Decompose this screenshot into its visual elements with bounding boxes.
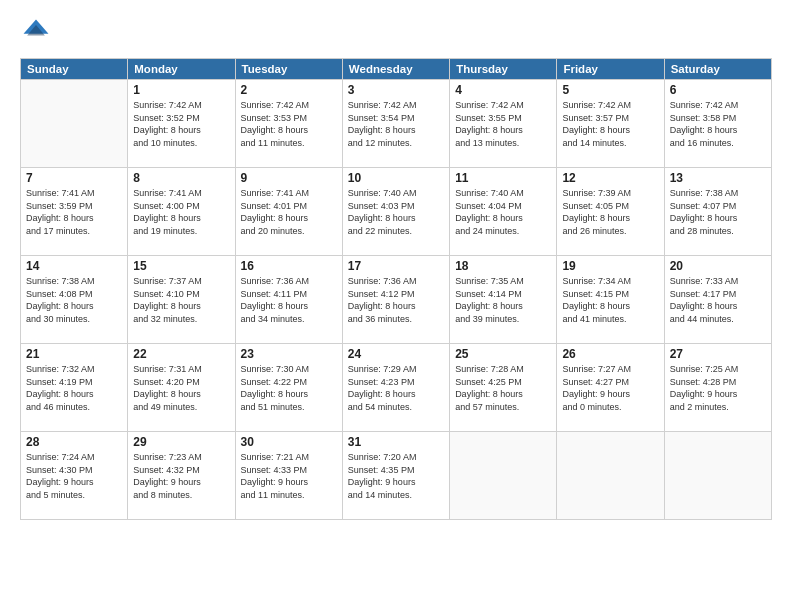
calendar-cell: 2Sunrise: 7:42 AM Sunset: 3:53 PM Daylig… [235, 80, 342, 168]
calendar-cell: 27Sunrise: 7:25 AM Sunset: 4:28 PM Dayli… [664, 344, 771, 432]
day-number: 7 [26, 171, 122, 185]
calendar-cell: 23Sunrise: 7:30 AM Sunset: 4:22 PM Dayli… [235, 344, 342, 432]
day-info: Sunrise: 7:42 AM Sunset: 3:58 PM Dayligh… [670, 99, 766, 149]
calendar-cell: 6Sunrise: 7:42 AM Sunset: 3:58 PM Daylig… [664, 80, 771, 168]
calendar-cell: 19Sunrise: 7:34 AM Sunset: 4:15 PM Dayli… [557, 256, 664, 344]
day-number: 4 [455, 83, 551, 97]
day-info: Sunrise: 7:40 AM Sunset: 4:04 PM Dayligh… [455, 187, 551, 237]
day-number: 9 [241, 171, 337, 185]
day-number: 1 [133, 83, 229, 97]
day-number: 16 [241, 259, 337, 273]
col-header-wednesday: Wednesday [342, 59, 449, 80]
calendar-cell: 26Sunrise: 7:27 AM Sunset: 4:27 PM Dayli… [557, 344, 664, 432]
calendar-cell: 10Sunrise: 7:40 AM Sunset: 4:03 PM Dayli… [342, 168, 449, 256]
day-number: 8 [133, 171, 229, 185]
day-number: 26 [562, 347, 658, 361]
logo [20, 16, 56, 48]
col-header-tuesday: Tuesday [235, 59, 342, 80]
day-info: Sunrise: 7:36 AM Sunset: 4:11 PM Dayligh… [241, 275, 337, 325]
day-number: 30 [241, 435, 337, 449]
calendar-cell: 29Sunrise: 7:23 AM Sunset: 4:32 PM Dayli… [128, 432, 235, 520]
calendar-cell: 25Sunrise: 7:28 AM Sunset: 4:25 PM Dayli… [450, 344, 557, 432]
calendar-cell: 24Sunrise: 7:29 AM Sunset: 4:23 PM Dayli… [342, 344, 449, 432]
day-info: Sunrise: 7:33 AM Sunset: 4:17 PM Dayligh… [670, 275, 766, 325]
calendar-cell: 13Sunrise: 7:38 AM Sunset: 4:07 PM Dayli… [664, 168, 771, 256]
day-number: 25 [455, 347, 551, 361]
day-number: 12 [562, 171, 658, 185]
calendar-cell: 11Sunrise: 7:40 AM Sunset: 4:04 PM Dayli… [450, 168, 557, 256]
day-info: Sunrise: 7:41 AM Sunset: 4:00 PM Dayligh… [133, 187, 229, 237]
day-info: Sunrise: 7:28 AM Sunset: 4:25 PM Dayligh… [455, 363, 551, 413]
calendar-cell: 18Sunrise: 7:35 AM Sunset: 4:14 PM Dayli… [450, 256, 557, 344]
day-info: Sunrise: 7:29 AM Sunset: 4:23 PM Dayligh… [348, 363, 444, 413]
calendar-cell: 15Sunrise: 7:37 AM Sunset: 4:10 PM Dayli… [128, 256, 235, 344]
day-info: Sunrise: 7:24 AM Sunset: 4:30 PM Dayligh… [26, 451, 122, 501]
day-number: 10 [348, 171, 444, 185]
day-info: Sunrise: 7:35 AM Sunset: 4:14 PM Dayligh… [455, 275, 551, 325]
calendar-cell: 21Sunrise: 7:32 AM Sunset: 4:19 PM Dayli… [21, 344, 128, 432]
calendar-cell [21, 80, 128, 168]
day-info: Sunrise: 7:40 AM Sunset: 4:03 PM Dayligh… [348, 187, 444, 237]
calendar-cell [557, 432, 664, 520]
day-number: 22 [133, 347, 229, 361]
calendar-cell: 14Sunrise: 7:38 AM Sunset: 4:08 PM Dayli… [21, 256, 128, 344]
day-info: Sunrise: 7:37 AM Sunset: 4:10 PM Dayligh… [133, 275, 229, 325]
day-number: 28 [26, 435, 122, 449]
calendar-week-1: 1Sunrise: 7:42 AM Sunset: 3:52 PM Daylig… [21, 80, 772, 168]
calendar-cell [450, 432, 557, 520]
day-number: 24 [348, 347, 444, 361]
calendar-cell: 12Sunrise: 7:39 AM Sunset: 4:05 PM Dayli… [557, 168, 664, 256]
day-number: 31 [348, 435, 444, 449]
day-number: 13 [670, 171, 766, 185]
calendar-cell: 4Sunrise: 7:42 AM Sunset: 3:55 PM Daylig… [450, 80, 557, 168]
day-info: Sunrise: 7:27 AM Sunset: 4:27 PM Dayligh… [562, 363, 658, 413]
calendar-cell: 9Sunrise: 7:41 AM Sunset: 4:01 PM Daylig… [235, 168, 342, 256]
calendar-cell [664, 432, 771, 520]
day-info: Sunrise: 7:42 AM Sunset: 3:55 PM Dayligh… [455, 99, 551, 149]
calendar-week-2: 7Sunrise: 7:41 AM Sunset: 3:59 PM Daylig… [21, 168, 772, 256]
calendar-cell: 22Sunrise: 7:31 AM Sunset: 4:20 PM Dayli… [128, 344, 235, 432]
day-info: Sunrise: 7:42 AM Sunset: 3:52 PM Dayligh… [133, 99, 229, 149]
day-number: 6 [670, 83, 766, 97]
day-number: 20 [670, 259, 766, 273]
calendar-week-3: 14Sunrise: 7:38 AM Sunset: 4:08 PM Dayli… [21, 256, 772, 344]
calendar-table: SundayMondayTuesdayWednesdayThursdayFrid… [20, 58, 772, 520]
day-info: Sunrise: 7:38 AM Sunset: 4:08 PM Dayligh… [26, 275, 122, 325]
calendar-cell: 3Sunrise: 7:42 AM Sunset: 3:54 PM Daylig… [342, 80, 449, 168]
header [20, 16, 772, 48]
day-info: Sunrise: 7:42 AM Sunset: 3:57 PM Dayligh… [562, 99, 658, 149]
col-header-thursday: Thursday [450, 59, 557, 80]
day-info: Sunrise: 7:32 AM Sunset: 4:19 PM Dayligh… [26, 363, 122, 413]
col-header-monday: Monday [128, 59, 235, 80]
day-number: 5 [562, 83, 658, 97]
day-info: Sunrise: 7:25 AM Sunset: 4:28 PM Dayligh… [670, 363, 766, 413]
day-info: Sunrise: 7:34 AM Sunset: 4:15 PM Dayligh… [562, 275, 658, 325]
day-number: 11 [455, 171, 551, 185]
day-info: Sunrise: 7:21 AM Sunset: 4:33 PM Dayligh… [241, 451, 337, 501]
day-info: Sunrise: 7:41 AM Sunset: 3:59 PM Dayligh… [26, 187, 122, 237]
day-number: 3 [348, 83, 444, 97]
day-info: Sunrise: 7:20 AM Sunset: 4:35 PM Dayligh… [348, 451, 444, 501]
page: SundayMondayTuesdayWednesdayThursdayFrid… [0, 0, 792, 612]
col-header-friday: Friday [557, 59, 664, 80]
day-number: 21 [26, 347, 122, 361]
day-number: 18 [455, 259, 551, 273]
day-number: 14 [26, 259, 122, 273]
calendar-cell: 8Sunrise: 7:41 AM Sunset: 4:00 PM Daylig… [128, 168, 235, 256]
day-number: 27 [670, 347, 766, 361]
calendar-cell: 1Sunrise: 7:42 AM Sunset: 3:52 PM Daylig… [128, 80, 235, 168]
day-number: 2 [241, 83, 337, 97]
day-number: 23 [241, 347, 337, 361]
calendar-cell: 5Sunrise: 7:42 AM Sunset: 3:57 PM Daylig… [557, 80, 664, 168]
day-info: Sunrise: 7:38 AM Sunset: 4:07 PM Dayligh… [670, 187, 766, 237]
calendar-cell: 28Sunrise: 7:24 AM Sunset: 4:30 PM Dayli… [21, 432, 128, 520]
day-info: Sunrise: 7:23 AM Sunset: 4:32 PM Dayligh… [133, 451, 229, 501]
day-info: Sunrise: 7:42 AM Sunset: 3:53 PM Dayligh… [241, 99, 337, 149]
col-header-sunday: Sunday [21, 59, 128, 80]
day-number: 19 [562, 259, 658, 273]
calendar-cell: 20Sunrise: 7:33 AM Sunset: 4:17 PM Dayli… [664, 256, 771, 344]
day-number: 29 [133, 435, 229, 449]
calendar-week-4: 21Sunrise: 7:32 AM Sunset: 4:19 PM Dayli… [21, 344, 772, 432]
calendar-cell: 17Sunrise: 7:36 AM Sunset: 4:12 PM Dayli… [342, 256, 449, 344]
day-info: Sunrise: 7:31 AM Sunset: 4:20 PM Dayligh… [133, 363, 229, 413]
